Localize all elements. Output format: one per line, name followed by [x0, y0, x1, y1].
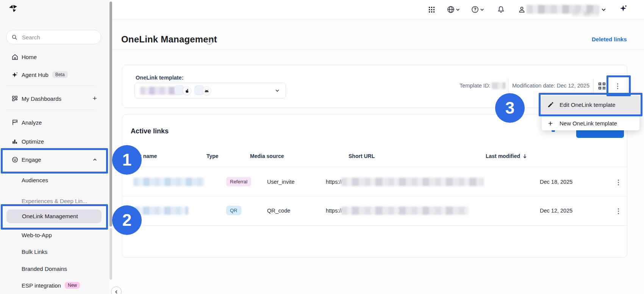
sidebar-divider [6, 85, 95, 86]
annotation-box-onelink [1, 204, 108, 230]
menu-item-new-onelink-template[interactable]: + New OneLink template [542, 114, 639, 133]
last-modified-cell: Dec 12, 2025 [540, 208, 572, 214]
link-name-redacted[interactable] [133, 178, 205, 186]
template-name-redacted [140, 87, 179, 95]
beta-badge: Beta [52, 71, 68, 78]
page-help-icon[interactable]: ? [206, 39, 213, 45]
sort-desc-icon [522, 153, 527, 159]
home-icon [11, 53, 18, 60]
short-url-redacted [341, 206, 469, 215]
onelink-management-screen: Home Agent Hub Beta My Dashboards + [0, 0, 644, 294]
template-id-redacted [492, 82, 505, 89]
sidebar: Home Agent Hub Beta My Dashboards + [0, 0, 109, 294]
sidebar-item-esp-integration[interactable]: ESP integration New [0, 280, 109, 290]
chevron-down-icon [456, 8, 460, 12]
person-icon [518, 6, 525, 13]
language-globe-icon[interactable] [447, 5, 460, 14]
android-icon [202, 86, 211, 95]
deleted-links-link[interactable]: Deleted links [592, 36, 627, 42]
help-icon[interactable] [471, 5, 484, 14]
sidebar-item-optimize[interactable]: Optimize [0, 135, 109, 147]
chevron-left-icon [114, 290, 119, 294]
sidebar-scrollbar-thumb[interactable] [109, 2, 112, 227]
analyze-chart-icon [11, 119, 18, 126]
apple-icon [183, 86, 191, 95]
col-header-short-url[interactable]: Short URL [349, 153, 375, 159]
sidebar-item-my-dashboards[interactable]: My Dashboards + [0, 92, 109, 105]
new-badge: New [65, 282, 80, 289]
sidebar-item-label: My Dashboards [22, 95, 61, 102]
sidebar-item-label: Agent Hub Beta [22, 71, 68, 78]
sidebar-item-web-to-app[interactable]: Web-to-App [0, 230, 109, 240]
search-input[interactable] [21, 34, 91, 41]
short-url-cell: https:// [326, 179, 342, 185]
sidebar-item-label: Optimize [22, 138, 44, 145]
sidebar-item-home[interactable]: Home [0, 51, 109, 63]
dashboards-grid-icon [11, 95, 18, 102]
optimize-bars-icon [11, 138, 18, 145]
annotation-step-3: 3 [495, 93, 525, 123]
short-url-cell: https:// [326, 208, 342, 214]
table-divider [122, 196, 627, 197]
template-id-label: Template ID: [460, 83, 490, 89]
type-badge: QR [226, 206, 241, 215]
col-header-type[interactable]: Type [206, 153, 219, 159]
annotation-step-2: 2 [112, 205, 142, 235]
template-select-label: OneLink template: [136, 75, 184, 81]
table-divider [122, 225, 627, 226]
chevron-down-icon[interactable] [601, 5, 606, 14]
active-links-card [122, 114, 627, 258]
media-source-cell: User_invite [267, 179, 295, 185]
sidebar-item-bulk-links[interactable]: Bulk Links [0, 247, 109, 257]
type-badge: Referral [226, 177, 251, 186]
divider [593, 78, 594, 94]
sidebar-item-branded-domains[interactable]: Branded Domains [0, 264, 109, 274]
annotation-step-1: 1 [112, 145, 142, 175]
col-header-media-source[interactable]: Media source [250, 153, 284, 159]
chevron-down-icon [480, 8, 484, 12]
search-icon [12, 34, 17, 40]
sidebar-item-analyze[interactable]: Analyze [0, 116, 109, 128]
plus-icon: + [547, 120, 554, 127]
sidebar-divider [6, 110, 95, 110]
chevron-down-icon [275, 88, 280, 93]
qr-preview-icon[interactable] [598, 82, 606, 90]
account-menu[interactable] [518, 5, 525, 14]
ai-sparkle-icon[interactable] [619, 4, 628, 13]
add-dashboard-icon[interactable]: + [91, 95, 98, 102]
divider [112, 50, 644, 50]
sidebar-item-audiences[interactable]: Audiences [0, 175, 109, 185]
last-modified-cell: Dec 18, 2025 [540, 179, 572, 185]
sidebar-search[interactable] [6, 30, 101, 44]
link-name-redacted[interactable] [133, 206, 188, 215]
sparkle-icon [11, 71, 18, 78]
notifications-bell-icon[interactable] [497, 5, 505, 14]
sidebar-item-label: Home [22, 54, 37, 60]
row-more-icon[interactable] [614, 207, 622, 215]
page-title: OneLink Management [121, 34, 217, 45]
col-header-last-modified[interactable]: Last modified [486, 153, 527, 159]
divider [508, 78, 508, 94]
modification-date: Modification date: Dec 12, 2025 [512, 83, 589, 89]
account-name-redacted [572, 12, 599, 16]
apps-grid-icon[interactable] [428, 5, 435, 14]
media-source-cell: QR_code [267, 208, 290, 214]
row-more-icon[interactable] [614, 178, 622, 186]
sidebar-collapse-button[interactable] [111, 286, 122, 294]
sidebar-item-agent-hub[interactable]: Agent Hub Beta [0, 69, 109, 81]
appsflyer-logo-icon[interactable] [9, 5, 17, 14]
active-links-title: Active links [131, 127, 169, 135]
sidebar-item-label: Analyze [22, 119, 42, 126]
annotation-box-edit-item [539, 93, 642, 116]
sidebar-scrollbar-track[interactable] [109, 228, 112, 280]
short-url-redacted [341, 178, 484, 186]
annotation-box-engage [1, 148, 108, 174]
table-divider [122, 167, 627, 167]
template-select[interactable] [134, 83, 286, 99]
